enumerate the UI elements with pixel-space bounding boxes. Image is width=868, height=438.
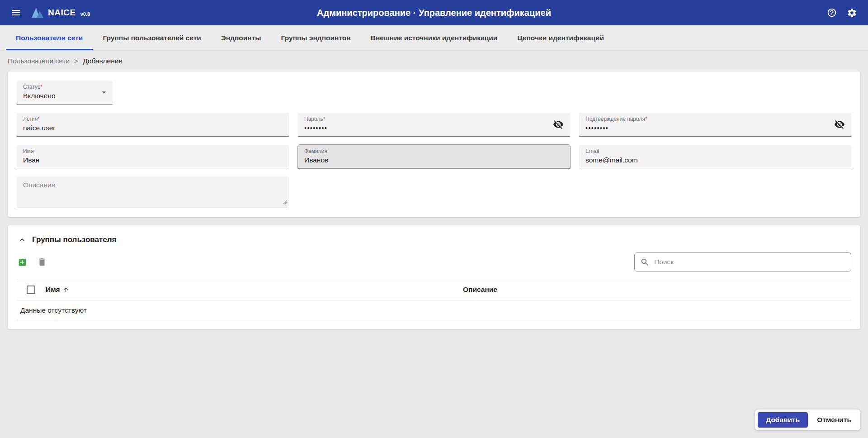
hamburger-icon — [11, 7, 22, 18]
required-mark: * — [40, 84, 42, 90]
cancel-button[interactable]: Отменить — [811, 412, 858, 428]
tab-network-users[interactable]: Пользователи сети — [6, 25, 93, 50]
description-textarea[interactable]: Описание — [17, 176, 289, 208]
submit-button[interactable]: Добавить — [758, 412, 808, 428]
column-name-label: Имя — [46, 286, 60, 294]
password-field[interactable]: Пароль* •••••••• — [298, 113, 570, 137]
trash-icon — [37, 257, 47, 267]
eye-off-icon — [834, 119, 845, 130]
required-mark: * — [645, 116, 647, 122]
help-button[interactable] — [824, 5, 840, 20]
toggle-password-confirm-visibility-button[interactable] — [832, 117, 847, 132]
select-all-cell — [17, 286, 46, 294]
search-icon — [640, 257, 650, 267]
first-name-field[interactable]: Имя Иван — [17, 145, 289, 169]
user-groups-card: Группы пользователя — [8, 225, 860, 329]
user-groups-table: Имя Описание Данные отсутствуют — [17, 279, 851, 320]
spacer — [298, 81, 851, 105]
user-groups-header: Группы пользователя — [17, 234, 851, 245]
status-select[interactable]: Статус* Включено — [17, 81, 113, 105]
group-search-input[interactable] — [654, 258, 845, 266]
first-name-value: Иван — [23, 156, 283, 164]
first-name-label: Имя — [23, 148, 283, 154]
group-search-box — [634, 252, 851, 271]
login-value: naice.user — [23, 124, 283, 132]
login-field[interactable]: Логин* naice.user — [17, 113, 289, 137]
tab-network-user-groups[interactable]: Группы пользователей сети — [93, 25, 211, 50]
table-header-row: Имя Описание — [17, 279, 851, 300]
password-confirm-label: Подтверждение пароля* — [585, 116, 845, 122]
gear-icon — [847, 8, 857, 18]
description-placeholder: Описание — [23, 181, 283, 189]
eye-off-icon — [553, 119, 564, 130]
add-group-button[interactable] — [17, 257, 28, 268]
tab-external-identity-sources[interactable]: Внешние источники идентификации — [361, 25, 508, 50]
form-action-bar: Добавить Отменить — [755, 409, 860, 430]
toggle-password-visibility-button[interactable] — [551, 117, 566, 132]
email-value: some@mail.com — [585, 156, 845, 164]
tab-endpoint-groups[interactable]: Группы эндпоинтов — [271, 25, 361, 50]
column-header-description[interactable]: Описание — [463, 286, 851, 294]
tab-bar: Пользователи сети Группы пользователей с… — [0, 25, 868, 51]
user-form-grid: Статус* Включено Логин* naice.user Парол… — [17, 81, 851, 208]
breadcrumb-current: Добавление — [83, 57, 123, 65]
help-icon — [827, 8, 837, 18]
password-label: Пароль* — [304, 116, 564, 122]
chevron-up-icon — [18, 235, 27, 244]
tab-endpoints[interactable]: Эндпоинты — [211, 25, 271, 50]
header-actions — [824, 5, 860, 21]
toolbar-buttons — [17, 256, 48, 268]
table-empty-row: Данные отсутствуют — [17, 300, 851, 320]
user-groups-title: Группы пользователя — [32, 235, 116, 244]
delete-group-button[interactable] — [36, 256, 48, 268]
tab-identity-chains[interactable]: Цепочки идентификаций — [507, 25, 614, 50]
user-groups-toolbar — [17, 252, 851, 271]
select-all-checkbox[interactable] — [27, 286, 35, 294]
app-brand: NAICE v0.8 — [31, 7, 90, 19]
resize-handle-icon[interactable] — [283, 198, 288, 206]
app-header: NAICE v0.8 Администрирование · Управлени… — [0, 0, 868, 25]
password-value: •••••••• — [304, 124, 564, 133]
user-form-card: Статус* Включено Логин* naice.user Парол… — [8, 71, 860, 217]
status-label: Статус* — [23, 84, 106, 90]
collapse-section-button[interactable] — [17, 234, 28, 245]
page-title: Администрирование · Управление идентифик… — [317, 8, 551, 18]
last-name-field[interactable]: Фамилия Иванов — [298, 145, 570, 169]
chevron-down-icon — [99, 87, 109, 97]
app-logo-icon — [31, 7, 44, 19]
last-name-label: Фамилия — [304, 148, 564, 154]
page-content: Статус* Включено Логин* naice.user Парол… — [0, 71, 868, 329]
email-label: Email — [585, 148, 845, 154]
required-mark: * — [323, 116, 326, 122]
email-field[interactable]: Email some@mail.com — [579, 145, 851, 169]
breadcrumb: Пользователи сети > Добавление — [0, 51, 868, 71]
add-box-icon — [18, 257, 27, 267]
column-header-name[interactable]: Имя — [46, 286, 463, 294]
app-version: v0.8 — [80, 11, 90, 17]
settings-button[interactable] — [844, 5, 860, 21]
breadcrumb-separator: > — [74, 57, 78, 65]
breadcrumb-parent-link[interactable]: Пользователи сети — [8, 57, 70, 65]
app-name: NAICE — [48, 8, 76, 18]
sort-ascending-icon — [62, 286, 69, 293]
login-label: Логин* — [23, 116, 283, 122]
password-confirm-value: •••••••• — [585, 124, 845, 133]
required-mark: * — [38, 116, 40, 122]
password-confirm-field[interactable]: Подтверждение пароля* •••••••• — [579, 113, 851, 137]
menu-button[interactable] — [8, 5, 24, 21]
status-value: Включено — [23, 91, 106, 100]
last-name-value: Иванов — [304, 156, 564, 164]
